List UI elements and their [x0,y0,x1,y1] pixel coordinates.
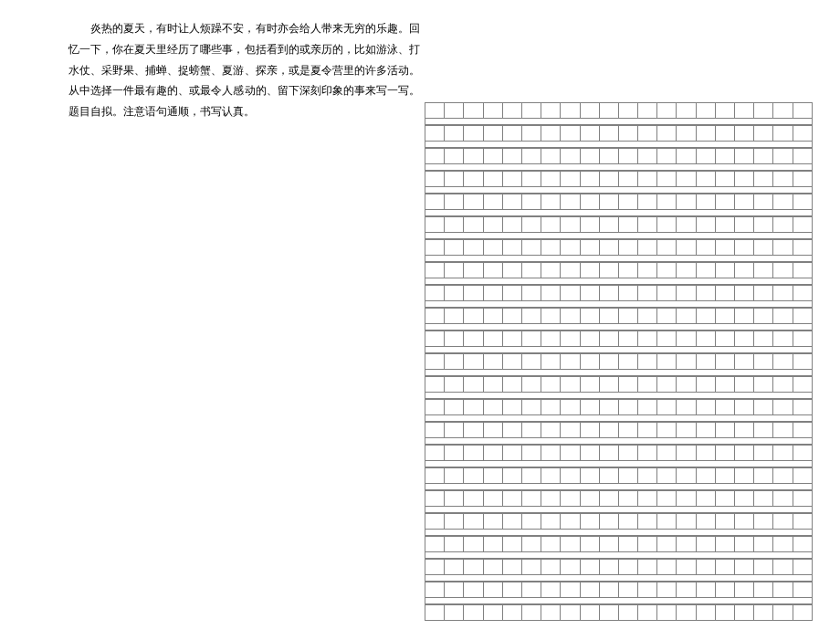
grid-cell [445,354,464,370]
grid-cell [754,126,773,142]
grid-row [425,194,813,210]
grid-cell [425,331,445,347]
grid-cell [696,149,715,164]
grid-cell [561,263,580,278]
grid-cell [793,309,812,324]
grid-cell [773,468,793,484]
grid-cell [561,194,580,210]
grid-cell [754,217,773,233]
grid-cell [754,331,773,347]
grid-cell [735,468,754,484]
grid-cell [580,446,599,461]
grid-spacer [425,324,813,330]
grid-cell [561,217,580,233]
grid-cell [793,491,812,507]
grid-cell [425,514,445,530]
grid-cell [464,377,483,393]
grid-cell [580,605,599,621]
grid-cell [561,514,580,530]
grid-cell [754,103,773,119]
grid-cell [521,309,541,324]
grid-cell [521,126,541,142]
grid-cell [696,582,715,598]
grid-spacer [425,370,813,376]
grid-cell [793,263,812,278]
grid-cell [502,103,521,119]
grid-cell [657,354,677,370]
grid-cell [483,103,502,119]
writing-grid-container [425,102,813,621]
grid-cell [735,560,754,575]
grid-cell [425,263,445,278]
grid-cell [502,514,521,530]
grid-cell [773,423,793,438]
grid-cell [657,149,677,164]
grid-cell [657,263,677,278]
grid-cell [580,560,599,575]
grid-row [425,171,813,187]
grid-spacer [425,119,813,125]
grid-cell [715,423,734,438]
grid-cell [696,354,715,370]
grid-cell [580,240,599,256]
grid-cell [618,377,637,393]
grid-cell [521,354,541,370]
grid-cell [580,582,599,598]
grid-cell [580,354,599,370]
grid-cell [464,149,483,164]
grid-cell [464,468,483,484]
grid-cell [502,491,521,507]
grid-spacer [425,507,813,513]
grid-cell [502,605,521,621]
grid-cell [735,286,754,301]
grid-cell [696,560,715,575]
grid-cell [521,537,541,552]
grid-cell [580,126,599,142]
grid-cell [773,400,793,415]
grid-cell [793,468,812,484]
grid-cell [483,514,502,530]
grid-cell [618,605,637,621]
grid-cell [599,149,618,164]
grid-cell [638,377,657,393]
grid-cell [541,286,561,301]
grid-cell [618,217,637,233]
grid-cell [445,537,464,552]
grid-row [425,125,813,142]
grid-cell [677,423,696,438]
grid-cell [425,194,445,210]
grid-cell [638,263,657,278]
grid-cell [657,240,677,256]
grid-cell [521,103,541,119]
grid-cell [599,446,618,461]
grid-cell [541,172,561,187]
grid-cell [599,423,618,438]
grid-cell [521,468,541,484]
grid-row [425,422,813,438]
grid-spacer [425,575,813,582]
grid-cell [793,514,812,530]
grid-cell [618,400,637,415]
grid-cell [773,582,793,598]
grid-cell [483,217,502,233]
grid-cell [677,309,696,324]
grid-cell [464,172,483,187]
grid-cell [541,309,561,324]
grid-cell [483,240,502,256]
grid-cell [561,331,580,347]
grid-cell [735,103,754,119]
grid-cell [715,354,734,370]
grid-cell [657,514,677,530]
grid-cell [638,446,657,461]
grid-cell [445,194,464,210]
prompt-text: 炎热的夏天，有时让人烦躁不安，有时亦会给人带来无穷的乐趣。回忆一下，你在夏天里经… [68,18,420,122]
grid-cell [696,605,715,621]
grid-spacer [425,598,813,604]
grid-cell [618,582,637,598]
grid-cell [638,582,657,598]
grid-cell [677,354,696,370]
grid-spacer [425,552,813,559]
grid-cell [561,149,580,164]
grid-cell [773,263,793,278]
grid-cell [677,377,696,393]
